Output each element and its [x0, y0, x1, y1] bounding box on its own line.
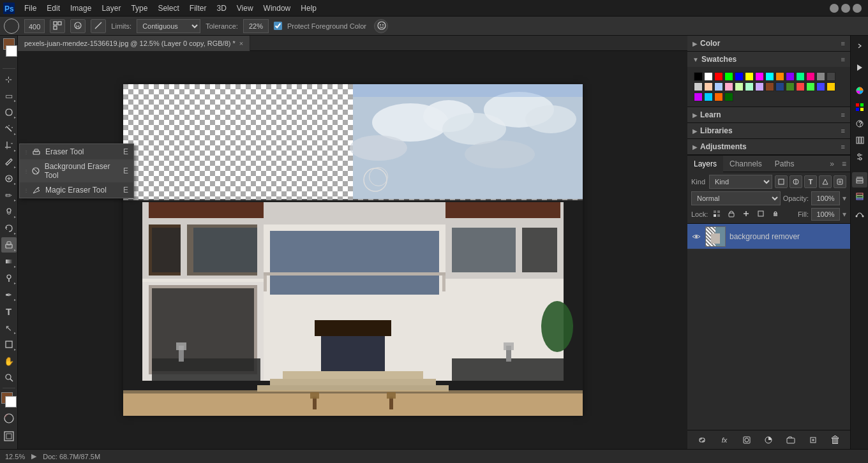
learn-panel-header[interactable]: ▶ Learn ≡ [687, 107, 850, 122]
status-arrow[interactable]: ▶ [31, 452, 36, 460]
layers-panel-icon[interactable] [852, 172, 867, 187]
link-layers-btn[interactable] [695, 433, 709, 447]
swatch-item[interactable] [786, 72, 795, 81]
quick-mask-btn[interactable] [2, 411, 16, 425]
move-tool[interactable]: ⊹ [1, 71, 17, 87]
swatch-item[interactable] [765, 82, 774, 91]
menu-image[interactable]: Image [65, 0, 96, 17]
swatch-item[interactable] [694, 92, 703, 101]
swatch-item[interactable] [745, 72, 754, 81]
path-select-tool[interactable]: ↖▸ [1, 320, 17, 335]
canvas-tab[interactable]: pexels-juan-mendez-1536619.jpg @ 12.5% (… [18, 36, 250, 51]
swatch-item[interactable] [827, 82, 835, 91]
menu-window[interactable]: Window [258, 0, 296, 17]
kind-shape-icon[interactable] [819, 175, 832, 188]
adjustments-panel-menu[interactable]: ≡ [841, 143, 845, 151]
mode-btn[interactable] [91, 19, 106, 33]
zoom-tool[interactable] [1, 370, 17, 385]
swatch-item[interactable] [775, 72, 784, 81]
brush-tool[interactable]: ✏▸ [1, 187, 17, 203]
swatch-item[interactable] [775, 82, 784, 91]
swatch-item[interactable] [694, 72, 703, 81]
pen-tool[interactable]: ✒▸ [1, 287, 17, 302]
menu-type[interactable]: Type [126, 0, 153, 17]
layer-item-background-remover[interactable]: background remover [687, 224, 850, 249]
new-layer-btn[interactable] [806, 433, 820, 447]
learn-panel-icon[interactable]: ? [852, 116, 867, 131]
opacity-input[interactable] [811, 191, 840, 205]
swatch-item[interactable] [816, 82, 825, 91]
add-mask-btn[interactable] [740, 433, 754, 447]
layers-tab-layers[interactable]: Layers [687, 156, 723, 172]
kind-adjustment-icon[interactable] [789, 175, 802, 188]
swatch-item[interactable] [704, 82, 713, 91]
swatch-item[interactable] [735, 72, 744, 81]
clone-tool[interactable]: ▸ [1, 204, 17, 219]
new-group-btn[interactable] [784, 433, 798, 447]
swatch-item[interactable] [806, 82, 815, 91]
adjustments-panel-icon[interactable] [852, 149, 867, 165]
hand-tool[interactable]: ✋ [1, 353, 17, 369]
layer-visibility-eye[interactable] [691, 231, 701, 242]
swatch-item[interactable] [704, 92, 713, 101]
eyedropper-tool[interactable]: ▸ [1, 154, 17, 170]
layers-expand-btn[interactable]: » [826, 159, 838, 168]
swatch-item[interactable] [755, 82, 764, 91]
lasso-tool[interactable]: ▸ [1, 105, 17, 120]
expand-panels-btn[interactable] [852, 38, 867, 54]
eraser-tool[interactable]: ▸ [1, 237, 17, 253]
magic-eraser-tool-item[interactable]: ⋮ Magic Eraser Tool E [20, 182, 133, 198]
lock-transparent-btn[interactable] [710, 208, 723, 221]
swatch-item[interactable] [765, 72, 774, 81]
lock-position-btn[interactable] [740, 208, 752, 221]
gradient-tool[interactable]: ▸ [1, 254, 17, 269]
opacity-arrow[interactable]: ▾ [842, 194, 846, 203]
libraries-panel-icon[interactable] [852, 133, 867, 148]
layer-fx-btn[interactable]: fx [717, 433, 731, 447]
swatch-item[interactable] [724, 92, 733, 101]
close-btn[interactable] [853, 4, 862, 13]
layers-tab-paths[interactable]: Paths [768, 156, 801, 172]
frame-btn[interactable] [2, 429, 16, 443]
fill-arrow[interactable]: ▾ [842, 210, 846, 219]
fill-input[interactable] [811, 208, 840, 221]
swatches-panel-icon[interactable] [852, 99, 867, 115]
kind-pixel-icon[interactable] [775, 175, 788, 188]
swatch-item[interactable] [694, 82, 703, 91]
healing-tool[interactable]: ▸ [1, 171, 17, 186]
menu-layer[interactable]: Layer [96, 0, 126, 17]
menu-file[interactable]: File [19, 0, 41, 17]
minimize-btn[interactable] [830, 4, 839, 13]
background-color[interactable] [6, 45, 17, 57]
swatches-panel-header[interactable]: ▼ Swatches ≡ [687, 52, 850, 67]
color-panel-menu[interactable]: ≡ [841, 40, 845, 47]
bg-eraser-tool-item[interactable]: ⋮ Background Eraser Tool E [20, 159, 133, 182]
learn-panel-menu[interactable]: ≡ [841, 111, 845, 119]
background-color-swatch[interactable] [5, 396, 17, 408]
menu-3d[interactable]: 3D [211, 0, 231, 17]
swatch-item[interactable] [745, 82, 754, 91]
swatches-panel-menu[interactable]: ≡ [841, 55, 845, 63]
lock-image-btn[interactable] [725, 208, 738, 221]
wand-tool[interactable]: ▸ [1, 121, 17, 136]
brush-preview[interactable] [4, 18, 19, 34]
sample-all-layers-btn[interactable] [50, 19, 65, 33]
libraries-panel-header[interactable]: ▶ Libraries ≡ [687, 123, 850, 138]
swatch-item[interactable] [816, 72, 825, 81]
swatch-item[interactable] [806, 72, 815, 81]
kind-type-icon[interactable]: T [804, 175, 817, 188]
adjustments-panel-header[interactable]: ▶ Adjustments ≡ [687, 139, 850, 154]
tab-close-btn[interactable]: × [239, 36, 243, 51]
blend-mode-select[interactable]: Normal Dissolve Multiply [691, 191, 781, 205]
menu-edit[interactable]: Edit [41, 0, 65, 17]
swatch-item[interactable] [796, 72, 805, 81]
menu-view[interactable]: View [232, 0, 258, 17]
canvas-content[interactable] [18, 51, 687, 449]
crop-tool[interactable]: ▸ [1, 138, 17, 153]
paths-panel-icon[interactable] [852, 205, 867, 221]
maximize-btn[interactable] [841, 4, 850, 13]
menu-filter[interactable]: Filter [184, 0, 212, 17]
limits-select[interactable]: Contiguous Discontiguous Find Edges [137, 19, 200, 33]
swatch-item[interactable] [714, 72, 723, 81]
swatch-item[interactable] [786, 82, 795, 91]
